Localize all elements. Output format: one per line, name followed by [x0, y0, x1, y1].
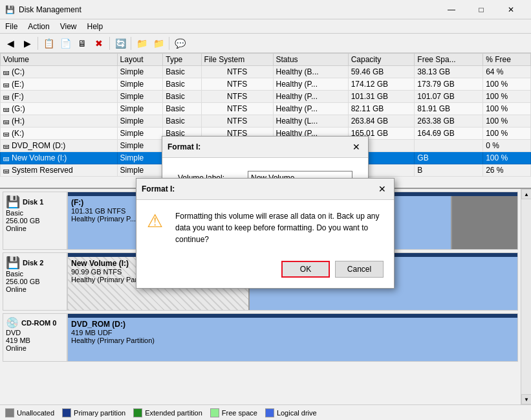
confirm-ok-button[interactable]: OK — [281, 261, 330, 278]
dialog-bg-close[interactable]: ✕ — [350, 140, 363, 153]
format-confirm-dialog: Format I: ✕ ⚠ Formatting this volume wil… — [136, 178, 395, 289]
warning-icon: ⚠ — [147, 210, 168, 231]
overlay: Format I: ✕ Volume label: Format I: ✕ ⚠ … — [0, 0, 531, 420]
confirm-dialog-titlebar: Format I: ✕ — [136, 179, 394, 200]
confirm-dialog-buttons: OK Cancel — [136, 256, 394, 288]
confirm-dialog-message: Formatting this volume will erase all da… — [175, 210, 384, 245]
dialog-bg-titlebar: Format I: ✕ — [162, 137, 368, 158]
confirm-dialog-title: Format I: — [142, 184, 175, 193]
confirm-cancel-button[interactable]: Cancel — [335, 261, 384, 278]
confirm-dialog-body: ⚠ Formatting this volume will erase all … — [136, 200, 394, 256]
dialog-bg-title: Format I: — [168, 142, 200, 151]
confirm-dialog-close[interactable]: ✕ — [376, 182, 389, 195]
